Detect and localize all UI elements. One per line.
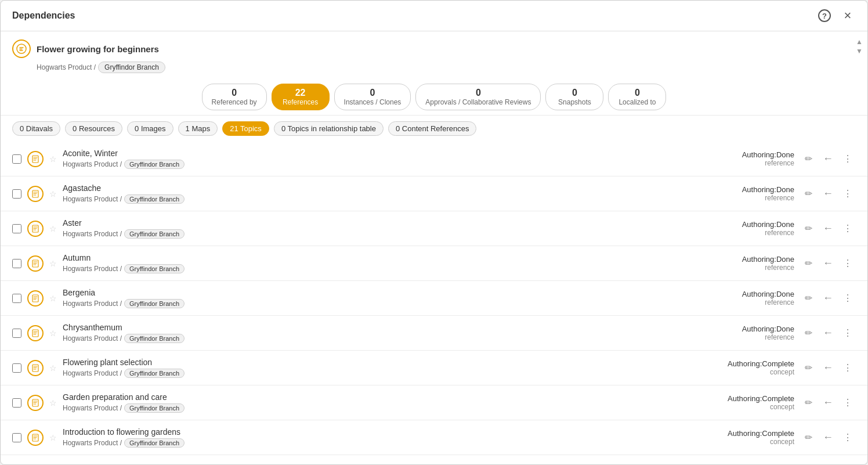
filter-topics-relationship[interactable]: 0 Topics in relationship table xyxy=(274,121,384,136)
edit-button[interactable]: ✏ xyxy=(800,395,816,411)
star-icon[interactable]: ☆ xyxy=(49,189,57,199)
tab-localized-to[interactable]: 0Localized to xyxy=(608,84,666,110)
navigate-button[interactable]: ← xyxy=(820,395,836,411)
item-details: Aster Hogwarts Product / Gryffindor Bran… xyxy=(63,218,696,239)
table-row: ☆ Flowering plant selection Hogwarts Pro… xyxy=(1,351,867,385)
filter-content-references[interactable]: 0 Content References xyxy=(388,121,476,136)
item-status: Authoring:Complete concept xyxy=(701,394,794,411)
more-button[interactable]: ⋮ xyxy=(840,290,856,307)
help-button[interactable]: ? xyxy=(816,8,833,24)
more-button[interactable]: ⋮ xyxy=(840,395,856,411)
star-icon[interactable]: ☆ xyxy=(49,363,57,373)
row-checkbox[interactable] xyxy=(12,398,21,408)
item-status-label: Authoring:Done xyxy=(701,185,794,194)
filter-resources[interactable]: 0 Resources xyxy=(65,121,122,136)
tab-snapshots[interactable]: 0Snapshots xyxy=(545,84,603,110)
edit-button[interactable]: ✏ xyxy=(800,360,816,376)
item-status-label: Authoring:Complete xyxy=(701,429,794,438)
item-status-type: reference xyxy=(701,298,794,307)
edit-button[interactable]: ✏ xyxy=(800,221,816,237)
tab-label-referenced-by: Referenced by xyxy=(212,98,257,106)
star-icon[interactable]: ☆ xyxy=(49,154,57,164)
topic-breadcrumb: Hogwarts Product / Gryffindor Branch xyxy=(37,62,856,73)
tab-count-snapshots: 0 xyxy=(572,88,577,98)
row-checkbox[interactable] xyxy=(12,224,21,233)
filter-maps[interactable]: 1 Maps xyxy=(178,121,218,136)
star-icon[interactable]: ☆ xyxy=(49,398,57,408)
item-branch-tag: Gryffindor Branch xyxy=(124,403,185,413)
modal-header-icons: ? × xyxy=(816,8,856,24)
tab-approvals[interactable]: 0Approvals / Collaborative Reviews xyxy=(415,84,541,110)
navigate-button[interactable]: ← xyxy=(820,290,836,307)
tab-instances-clones[interactable]: 0Instances / Clones xyxy=(334,84,411,110)
star-icon[interactable]: ☆ xyxy=(49,329,57,338)
more-button[interactable]: ⋮ xyxy=(840,255,856,272)
star-icon[interactable]: ☆ xyxy=(49,259,57,268)
more-button[interactable]: ⋮ xyxy=(840,186,856,202)
filter-ditavals[interactable]: 0 Ditavals xyxy=(12,121,60,136)
row-checkbox[interactable] xyxy=(12,154,21,164)
edit-button[interactable]: ✏ xyxy=(800,255,816,272)
scroll-up-button[interactable]: ▲ xyxy=(855,37,864,46)
filter-topics[interactable]: 21 Topics xyxy=(222,121,269,136)
item-doc-icon xyxy=(27,151,44,167)
item-branch-tag: Gryffindor Branch xyxy=(124,369,185,378)
edit-button[interactable]: ✏ xyxy=(800,186,816,202)
item-status-type: concept xyxy=(701,368,794,376)
item-details: Bergenia Hogwarts Product / Gryffindor B… xyxy=(63,288,696,308)
navigate-button[interactable]: ← xyxy=(820,430,836,446)
topic-icon xyxy=(12,39,31,58)
breadcrumb-prefix: Hogwarts Product / xyxy=(37,63,96,71)
edit-button[interactable]: ✏ xyxy=(800,325,816,341)
close-button[interactable]: × xyxy=(840,8,856,24)
navigate-button[interactable]: ← xyxy=(820,325,836,341)
navigate-button[interactable]: ← xyxy=(820,360,836,376)
filter-images[interactable]: 0 Images xyxy=(127,121,173,136)
item-details: Aconite, Winter Hogwarts Product / Gryff… xyxy=(63,149,696,169)
more-button[interactable]: ⋮ xyxy=(840,430,856,446)
tab-references[interactable]: 22References xyxy=(272,84,330,110)
scroll-arrows: ▲ ▼ xyxy=(855,37,864,56)
item-status-label: Authoring:Done xyxy=(701,220,794,229)
edit-button[interactable]: ✏ xyxy=(800,151,816,167)
edit-button[interactable]: ✏ xyxy=(800,430,816,446)
modal-body: Flower growing for beginners Hogwarts Pr… xyxy=(1,31,867,464)
more-button[interactable]: ⋮ xyxy=(840,151,856,167)
tab-referenced-by[interactable]: 0Referenced by xyxy=(202,84,267,110)
more-button[interactable]: ⋮ xyxy=(840,360,856,376)
edit-button[interactable]: ✏ xyxy=(800,290,816,307)
row-checkbox[interactable] xyxy=(12,433,21,442)
item-breadcrumb-prefix: Hogwarts Product / xyxy=(63,334,122,343)
item-status: Authoring:Complete concept xyxy=(701,359,794,376)
item-status: Authoring:Done reference xyxy=(701,150,794,167)
item-branch-tag: Gryffindor Branch xyxy=(124,299,185,308)
navigate-button[interactable]: ← xyxy=(820,221,836,237)
more-button[interactable]: ⋮ xyxy=(840,325,856,341)
items-list: ☆ Aconite, Winter Hogwarts Product / Gry… xyxy=(1,142,867,464)
item-title: Garden preparation and care xyxy=(63,392,696,402)
tab-count-localized-to: 0 xyxy=(635,88,640,98)
row-checkbox[interactable] xyxy=(12,329,21,338)
row-checkbox[interactable] xyxy=(12,259,21,268)
star-icon[interactable]: ☆ xyxy=(49,294,57,303)
item-breadcrumb-prefix: Hogwarts Product / xyxy=(63,195,122,203)
scroll-down-button[interactable]: ▼ xyxy=(855,46,864,56)
item-breadcrumb-prefix: Hogwarts Product / xyxy=(63,160,122,168)
item-details: Autumn Hogwarts Product / Gryffindor Bra… xyxy=(63,253,696,273)
row-checkbox[interactable] xyxy=(12,189,21,199)
navigate-button[interactable]: ← xyxy=(820,255,836,272)
more-button[interactable]: ⋮ xyxy=(840,221,856,237)
modal-header: Dependencies ? × xyxy=(1,1,867,31)
tab-label-localized-to: Localized to xyxy=(619,98,656,106)
item-title: Aconite, Winter xyxy=(63,149,696,158)
item-status: Authoring:Done reference xyxy=(701,325,794,341)
navigate-button[interactable]: ← xyxy=(820,151,836,167)
row-checkbox[interactable] xyxy=(12,363,21,373)
navigate-button[interactable]: ← xyxy=(820,186,836,202)
item-breadcrumb: Hogwarts Product / Gryffindor Branch xyxy=(63,160,696,169)
item-status-label: Authoring:Complete xyxy=(701,394,794,403)
row-checkbox[interactable] xyxy=(12,294,21,303)
star-icon[interactable]: ☆ xyxy=(49,433,57,442)
help-icon: ? xyxy=(818,9,831,22)
star-icon[interactable]: ☆ xyxy=(49,224,57,233)
